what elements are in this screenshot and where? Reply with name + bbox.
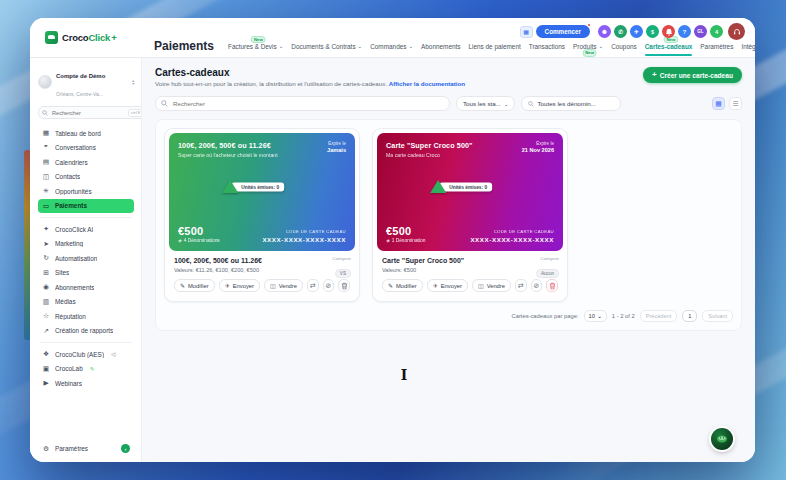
tab-abonnements[interactable]: Abonnements xyxy=(421,43,460,50)
previous-page-button[interactable]: Précédent xyxy=(640,310,678,322)
account-switcher[interactable]: Compte de Démo Orléans, Centre-Va... ▴▾ xyxy=(38,64,134,100)
commencer-button[interactable]: Commencer xyxy=(536,25,590,38)
tab-documents-contrats[interactable]: Documents & Contrats⌄ xyxy=(291,43,362,50)
gift-card-search[interactable] xyxy=(155,96,450,111)
main-content: Cartes-cadeaux Votre hub tout-en-un pour… xyxy=(142,58,755,462)
delete-button[interactable] xyxy=(546,279,558,292)
next-page-button[interactable]: Suivant xyxy=(702,310,733,322)
tab-cartes-cadeaux[interactable]: NewCartes-cadeaux xyxy=(645,43,693,50)
plus-icon: + xyxy=(652,71,657,79)
search-icon xyxy=(42,110,48,116)
denomination-filter[interactable]: Toutes les dénomin... xyxy=(521,96,621,111)
sidebar-item-tableau-de-bord[interactable]: ▦Tableau de bord xyxy=(38,126,134,141)
brand-name: CrocoClick+ xyxy=(62,32,117,43)
tab-transactions[interactable]: Transactions xyxy=(529,43,565,50)
pencil-icon: ✎ xyxy=(180,282,185,289)
phone-icon[interactable]: ✆ xyxy=(614,25,627,38)
croco-triangle-icon xyxy=(222,180,238,193)
tab-liens-de-paiement[interactable]: Liens de paiement xyxy=(468,43,520,50)
create-gift-card-button[interactable]: +Créer une carte-cadeau xyxy=(643,67,742,83)
list-view-toggle[interactable]: ☰ xyxy=(729,97,742,110)
tab-coupons[interactable]: Coupons xyxy=(611,43,637,50)
apps-launcher-icon[interactable]: ▦ xyxy=(520,26,533,38)
sidebar-item-opportunites[interactable]: ✳Opportunités xyxy=(38,184,134,199)
sidebar-item-paiements[interactable]: ▭Paiements xyxy=(38,199,134,214)
count-badge-icon[interactable]: 4 xyxy=(710,25,723,38)
sidebar-item-contacts[interactable]: ◫Contacts xyxy=(38,170,134,185)
gift-card: Carte "Super Croco 500" Ma carte cadeau … xyxy=(372,128,568,302)
chat-icon: ❞ xyxy=(42,144,50,152)
edit-button[interactable]: ✎Modifier xyxy=(174,279,215,292)
support-headset-icon[interactable] xyxy=(728,23,745,40)
bell-icon[interactable] xyxy=(662,25,675,38)
gift-card-visual[interactable]: 100€, 200€, 500€ ou 11.26€ Super carte o… xyxy=(169,133,355,251)
star-icon: ☆ xyxy=(42,312,50,320)
sidebar-item-crococlick-ai[interactable]: ✦CrocoClick AI xyxy=(38,222,134,237)
denomination-icon: ◈ xyxy=(386,238,390,243)
edit-button[interactable]: ✎Modifier xyxy=(382,279,423,292)
status-filter-dropdown[interactable]: Tous les sta...⌄ xyxy=(456,96,515,111)
send-button[interactable]: ✈Envoyer xyxy=(219,279,260,292)
expire-label: Expire le xyxy=(522,141,554,146)
category-label: Catégorie xyxy=(536,256,559,261)
send-button[interactable]: ✈Envoyer xyxy=(427,279,468,292)
sidebar-item-calendriers[interactable]: ▤Calendriers xyxy=(38,155,134,170)
crococlick-logo-icon xyxy=(45,31,58,44)
sidebar-search[interactable]: ctrl K xyxy=(38,106,142,119)
sidebar-item-creation-de-rapports[interactable]: ↗Création de rapports xyxy=(38,324,134,339)
sidebar-item-automatisation[interactable]: ↻Automatisation xyxy=(38,251,134,266)
sidebar-search-input[interactable] xyxy=(50,109,126,117)
sidebar-settings[interactable]: ⚙ Paramètres ‹ xyxy=(38,441,134,456)
per-page-dropdown[interactable]: 10⌄ xyxy=(584,310,607,322)
sidebar-item-conversations[interactable]: ❞Conversations xyxy=(38,141,134,156)
category-value: Aucun xyxy=(536,269,559,278)
sidebar-item-webinars[interactable]: ▶Webinars xyxy=(38,376,134,391)
grid-view-toggle[interactable]: ▦ xyxy=(712,97,725,110)
billing-icon[interactable]: $ xyxy=(646,25,659,38)
sidebar-item-crocolab[interactable]: ▣CrocoLab✎ xyxy=(38,362,134,377)
send-icon: ✈ xyxy=(225,282,230,289)
new-badge: New xyxy=(582,49,597,57)
keyboard-shortcut: ctrl K xyxy=(128,109,142,117)
disable-button[interactable]: ⊘ xyxy=(323,279,335,292)
gift-card-search-input[interactable] xyxy=(171,99,444,108)
tab-produits[interactable]: NewProduits⌄ xyxy=(573,43,603,50)
account-location: Orléans, Centre-Va... xyxy=(56,91,103,97)
page-number-button[interactable]: 1 xyxy=(682,310,697,322)
gift-cards-panel: 100€, 200€, 500€ ou 11.26€ Super carte o… xyxy=(155,119,742,331)
trash-icon xyxy=(549,282,556,290)
croco-help-button[interactable] xyxy=(711,428,733,450)
sidebar-item-reputation[interactable]: ☆Réputation xyxy=(38,309,134,324)
page-range: 1 - 2 of 2 xyxy=(612,313,635,319)
tab-factures-devis[interactable]: NewFactures & Devis⌄ xyxy=(228,43,283,50)
chevron-down-icon: ⌄ xyxy=(504,101,509,107)
sidebar-item-crococlub[interactable]: ❖CrocoClub (AES)◁ xyxy=(38,347,134,362)
documentation-link[interactable]: Afficher la documentation xyxy=(389,80,465,87)
stats-button[interactable]: ⇄ xyxy=(515,279,527,292)
tab-commandes[interactable]: Commandes⌄ xyxy=(370,43,413,50)
new-badge: New xyxy=(251,36,266,44)
apps-icon[interactable]: ✺ xyxy=(598,25,611,38)
sidebar-collapse-button[interactable]: ‹ xyxy=(121,444,130,453)
memberships-icon: ◉ xyxy=(42,283,50,291)
sidebar-item-medias[interactable]: ▥Médias xyxy=(38,295,134,310)
stats-button[interactable]: ⇄ xyxy=(307,279,319,292)
card-amount: €500 xyxy=(178,225,220,237)
sidebar-item-abonnements[interactable]: ◉Abonnements xyxy=(38,280,134,295)
tab-parametres[interactable]: Paramètres xyxy=(700,43,733,50)
sell-button[interactable]: ◫Vendre xyxy=(264,279,303,292)
sidebar-item-marketing[interactable]: ➤Marketing xyxy=(38,237,134,252)
disable-button[interactable]: ⊘ xyxy=(531,279,543,292)
sidebar-item-sites[interactable]: ⊞Sites xyxy=(38,266,134,281)
share-icon[interactable]: ✈ xyxy=(630,25,643,38)
send-icon: ✈ xyxy=(433,282,438,289)
delete-button[interactable] xyxy=(338,279,350,292)
tab-integrations[interactable]: Intégrations xyxy=(741,43,755,50)
category-value: VS xyxy=(335,269,351,278)
help-icon[interactable]: ? xyxy=(678,25,691,38)
app-logo[interactable]: CrocoClick+ xyxy=(30,18,142,57)
sell-button[interactable]: ◫Vendre xyxy=(472,279,511,292)
initials-badge-icon[interactable]: GL xyxy=(694,25,707,38)
gift-card-visual[interactable]: Carte "Super Croco 500" Ma carte cadeau … xyxy=(377,133,563,251)
pencil-icon: ✎ xyxy=(90,366,95,372)
